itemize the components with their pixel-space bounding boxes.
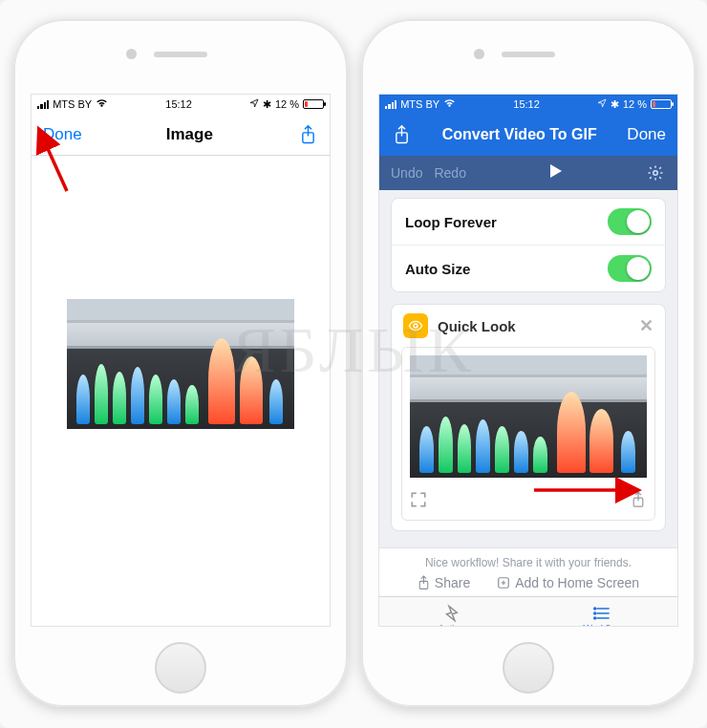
phone-camera: [474, 49, 484, 59]
image-preview-area: [32, 156, 330, 626]
battery-icon: [651, 99, 672, 109]
bluetooth-icon: ✱: [263, 98, 271, 111]
svg-point-10: [594, 617, 596, 619]
settings-button[interactable]: [645, 162, 666, 183]
loop-forever-toggle[interactable]: [608, 208, 652, 235]
carrier-label: MTS BY: [400, 98, 439, 110]
workflow-footer: Nice workflow! Share it with your friend…: [379, 547, 677, 596]
quick-look-preview: [410, 355, 647, 478]
preview-image: [67, 299, 294, 429]
signal-icon: [37, 100, 49, 109]
navbar-workflow: Convert Video To GIF Done: [379, 114, 677, 156]
add-to-home-button[interactable]: Add to Home Screen: [497, 575, 639, 590]
quick-look-title: Quick Look: [438, 318, 516, 334]
svg-point-4: [414, 324, 418, 328]
bluetooth-icon: ✱: [611, 98, 619, 111]
svg-point-3: [653, 171, 658, 176]
phone-speaker: [154, 52, 207, 57]
screen-right: MTS BY 15:12 ✱ 12 %: [378, 94, 678, 627]
share-button[interactable]: [297, 124, 318, 145]
done-button[interactable]: Done: [627, 125, 666, 144]
share-button[interactable]: [391, 124, 412, 145]
phone-mockup-right: MTS BY 15:12 ✱ 12 %: [361, 19, 696, 707]
battery-pct: 12 %: [275, 98, 299, 110]
wifi-icon: [443, 98, 456, 110]
battery-pct: 12 %: [623, 98, 647, 110]
auto-size-label: Auto Size: [405, 261, 470, 277]
workflow-body: Loop Forever Auto Size Quick Look: [379, 190, 677, 547]
location-icon: [597, 98, 607, 110]
status-bar: MTS BY 15:12 ✱ 12 %: [32, 95, 330, 114]
navbar-image-preview: Done Image: [32, 114, 330, 156]
phone-speaker: [502, 52, 555, 57]
battery-icon: [303, 99, 324, 109]
quick-look-share-icon[interactable]: [630, 491, 647, 512]
status-time: 15:12: [165, 98, 192, 110]
play-button[interactable]: [547, 163, 563, 182]
phone-mockup-left: MTS BY 15:12 ✱ 12 % Done Image: [13, 19, 348, 707]
phone-camera: [126, 49, 137, 59]
screen-left: MTS BY 15:12 ✱ 12 % Done Image: [31, 94, 331, 627]
wifi-icon: [96, 98, 108, 110]
location-icon: [249, 98, 259, 110]
expand-icon[interactable]: [410, 491, 427, 512]
loop-forever-label: Loop Forever: [405, 214, 497, 230]
tab-actions[interactable]: Actions: [379, 597, 528, 627]
page-title: Convert Video To GIF: [412, 126, 627, 143]
carrier-label: MTS BY: [53, 98, 92, 110]
tab-bar: Actions Workflow: [379, 596, 677, 627]
svg-point-9: [594, 612, 596, 614]
page-title: Image: [82, 125, 297, 144]
footer-share-button[interactable]: Share: [418, 575, 470, 590]
redo-button[interactable]: Redo: [434, 165, 465, 181]
auto-size-toggle[interactable]: [608, 255, 652, 282]
quick-look-card: Quick Look ✕: [391, 304, 666, 531]
signal-icon: [385, 100, 396, 109]
status-time: 15:12: [513, 98, 540, 110]
home-button[interactable]: [503, 642, 554, 694]
home-button[interactable]: [155, 642, 206, 694]
undo-button[interactable]: Undo: [391, 165, 422, 181]
gif-options-card: Loop Forever Auto Size: [391, 198, 666, 292]
close-icon[interactable]: ✕: [639, 315, 653, 336]
done-button[interactable]: Done: [43, 125, 82, 144]
status-bar: MTS BY 15:12 ✱ 12 %: [379, 95, 677, 114]
quick-look-icon: [403, 313, 428, 338]
workflow-toolbar: Undo Redo: [379, 156, 677, 190]
tab-workflow[interactable]: Workflow: [528, 597, 677, 627]
svg-point-8: [594, 608, 596, 610]
footer-message: Nice workflow! Share it with your friend…: [379, 556, 677, 569]
